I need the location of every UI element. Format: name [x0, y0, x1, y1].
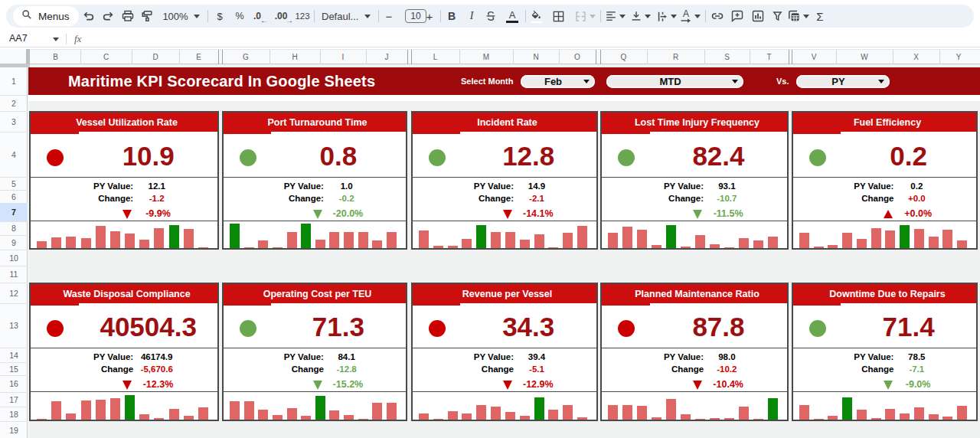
vertical-align-button[interactable]: [629, 5, 644, 28]
row-header-16[interactable]: 16: [0, 375, 28, 392]
row-header-4[interactable]: 4: [0, 132, 28, 177]
py-value-line: PY Value: 39.4: [413, 352, 596, 365]
more-formats-button[interactable]: 123: [293, 5, 312, 28]
column-header-X[interactable]: X: [893, 50, 939, 64]
row-header-11[interactable]: 11: [0, 266, 28, 283]
column-header-N[interactable]: N: [513, 50, 559, 64]
format-percent-button[interactable]: %: [233, 5, 247, 28]
column-header-I[interactable]: I: [320, 50, 366, 64]
column-header-O[interactable]: O: [559, 50, 596, 64]
row-header-1[interactable]: 1: [0, 67, 28, 95]
row-header-10[interactable]: 10: [0, 250, 28, 266]
month-dropdown[interactable]: Feb: [521, 75, 595, 88]
decrease-font-size-button[interactable]: −: [383, 5, 395, 28]
compare-dropdown[interactable]: PY: [796, 75, 890, 88]
menus-button[interactable]: Menus: [13, 6, 79, 26]
paint-format-button[interactable]: [138, 5, 156, 28]
spark-bar: [154, 418, 164, 420]
bold-button[interactable]: B: [446, 5, 458, 28]
text-rotation-button[interactable]: A: [680, 5, 692, 28]
select-all-corner[interactable]: [0, 49, 28, 64]
create-filter-button[interactable]: [769, 5, 786, 28]
undo-button[interactable]: [80, 5, 98, 28]
redo-button[interactable]: [99, 5, 117, 28]
row-header-12[interactable]: 12: [0, 283, 28, 303]
column-header-J[interactable]: J: [366, 50, 407, 64]
row-header-19[interactable]: 19: [0, 421, 28, 438]
column-header-V[interactable]: V: [792, 50, 836, 64]
vertical-align-caret-icon: [645, 15, 651, 18]
merge-cells-button[interactable]: [572, 5, 589, 28]
column-header-C[interactable]: C: [80, 50, 132, 64]
kpi-card-header: Lost Time Injury Frequency: [602, 113, 787, 132]
font-select[interactable]: Defaul...: [322, 5, 358, 28]
insert-comment-button[interactable]: [729, 5, 746, 28]
column-header-M[interactable]: M: [459, 50, 513, 64]
insert-chart-button[interactable]: [750, 5, 766, 28]
increase-decimal-button[interactable]: .00→: [272, 5, 290, 28]
trend-arrow-icon: [503, 210, 512, 219]
kpi-card-header: Downtime Due to Repairs: [793, 284, 976, 303]
hidden-column-marker: [218, 50, 219, 65]
spark-bar: [724, 247, 734, 249]
kpi-title: Port Turnaround Time: [224, 113, 406, 132]
py-value-line: PY Value: 78.5: [793, 352, 976, 365]
row-header-5[interactable]: 5: [0, 177, 28, 190]
spark-bar: [344, 232, 354, 248]
row-header-7[interactable]: 7: [0, 203, 28, 221]
table-views-button[interactable]: [786, 5, 802, 28]
change-percent: -11.5%: [706, 208, 751, 219]
row-header-18[interactable]: 18: [0, 407, 28, 421]
row-header-15[interactable]: 15: [0, 362, 28, 375]
strikethrough-button[interactable]: [485, 5, 497, 28]
kpi-card-header: Waste Disposal Compliance: [31, 284, 217, 303]
row-header-6[interactable]: 6: [0, 190, 28, 203]
column-header-T[interactable]: T: [750, 50, 789, 64]
fill-color-button[interactable]: [528, 5, 545, 28]
text-color-button[interactable]: A: [505, 5, 519, 28]
row-header-8[interactable]: 8: [0, 221, 28, 235]
name-box[interactable]: AA7: [9, 33, 28, 44]
spark-bar: [81, 400, 91, 420]
column-header-E[interactable]: E: [179, 50, 218, 64]
increase-font-size-button[interactable]: +: [423, 5, 436, 28]
column-header-L[interactable]: L: [411, 50, 459, 64]
change-value: -12.8: [324, 364, 370, 374]
py-value-label: PY Value:: [224, 181, 324, 191]
functions-button[interactable]: Σ: [813, 5, 827, 28]
period-dropdown[interactable]: MTD: [606, 75, 743, 88]
row-header-9[interactable]: 9: [0, 235, 28, 250]
column-header-G[interactable]: G: [222, 50, 270, 64]
spark-bar: [462, 413, 472, 420]
row-header-14[interactable]: 14: [0, 348, 28, 362]
column-header-Y[interactable]: Y: [939, 50, 978, 64]
zoom-select[interactable]: 100%: [161, 5, 190, 28]
column-header-B[interactable]: B: [31, 50, 80, 64]
borders-button[interactable]: [550, 5, 567, 28]
column-header-S[interactable]: S: [704, 50, 750, 64]
row-header-2[interactable]: 2: [0, 95, 28, 111]
text-wrap-button[interactable]: [655, 5, 670, 28]
row-header-3[interactable]: 3: [0, 111, 28, 132]
spark-bar: [814, 247, 824, 248]
row-header-17[interactable]: 17: [0, 392, 28, 407]
horizontal-align-button[interactable]: [603, 5, 619, 28]
column-header-H[interactable]: H: [270, 50, 320, 64]
column-header-R[interactable]: R: [647, 50, 704, 64]
format-currency-button[interactable]: $: [214, 5, 226, 28]
kpi-value-section: 0.8: [224, 132, 406, 178]
spark-bar: [652, 245, 662, 248]
decrease-decimal-button[interactable]: .0←: [250, 5, 265, 28]
decrease-decimal-arrow-icon: ←: [260, 16, 268, 25]
hidden-column-marker: [600, 50, 601, 65]
spark-bar-highlight: [125, 395, 135, 420]
kpi-sparkline-chart: [413, 392, 596, 420]
formula-input[interactable]: [92, 31, 934, 47]
column-header-Q[interactable]: Q: [600, 50, 647, 64]
column-header-W[interactable]: W: [836, 50, 893, 64]
italic-button[interactable]: I: [466, 5, 478, 28]
column-header-D[interactable]: D: [132, 50, 179, 64]
insert-link-button[interactable]: [709, 5, 726, 28]
print-button[interactable]: [119, 5, 137, 28]
row-header-13[interactable]: 13: [0, 303, 28, 348]
